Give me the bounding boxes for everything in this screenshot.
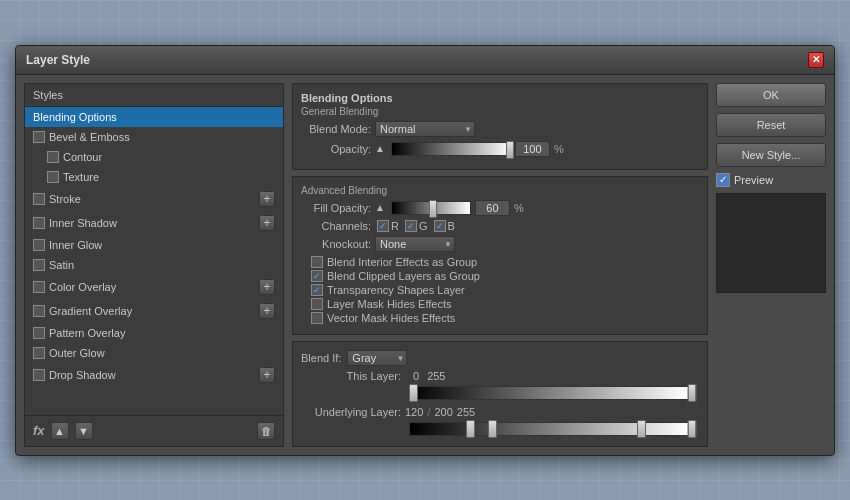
blend-if-section: Blend If: Gray Red Green Blue This Layer…	[292, 341, 708, 447]
sidebar-item-bevel-emboss[interactable]: Bevel & Emboss	[25, 127, 283, 147]
vector-mask-label: Vector Mask Hides Effects	[327, 312, 455, 324]
blend-clipped-checkbox[interactable]	[311, 270, 323, 282]
preview-label: Preview	[734, 174, 773, 186]
underlying-v2: 200	[434, 406, 452, 418]
opacity-slider-track[interactable]	[391, 142, 511, 156]
ok-button[interactable]: OK	[716, 83, 826, 107]
sidebar-item-color-overlay[interactable]: Color Overlay +	[25, 275, 283, 299]
channel-g-checkbox[interactable]	[405, 220, 417, 232]
gradient-overlay-checkbox[interactable]	[33, 305, 45, 317]
sidebar-item-texture[interactable]: Texture	[25, 167, 283, 187]
channel-b: B	[434, 220, 455, 232]
inner-shadow-label: Inner Shadow	[49, 217, 117, 229]
blend-mode-select[interactable]: Normal Multiply Screen	[375, 121, 475, 137]
preview-row: Preview	[716, 173, 826, 187]
underlying-layer-slider-track[interactable]	[409, 422, 689, 436]
channels-row: Channels: R G B	[301, 220, 699, 232]
channels-label: Channels:	[301, 220, 371, 232]
color-overlay-add-button[interactable]: +	[259, 279, 275, 295]
styles-header: Styles	[25, 84, 283, 107]
drop-shadow-add-button[interactable]: +	[259, 367, 275, 383]
sidebar-item-pattern-overlay[interactable]: Pattern Overlay	[25, 323, 283, 343]
delete-button[interactable]: 🗑	[257, 422, 275, 440]
channel-g: G	[405, 220, 428, 232]
knockout-label: Knockout:	[301, 238, 371, 250]
fill-opacity-thumb[interactable]	[429, 200, 437, 218]
sidebar-item-satin[interactable]: Satin	[25, 255, 283, 275]
opacity-slider-thumb[interactable]	[506, 141, 514, 159]
knockout-row: Knockout: None Shallow Deep	[301, 236, 699, 252]
sidebar-item-drop-shadow[interactable]: Drop Shadow +	[25, 363, 283, 387]
inner-shadow-checkbox[interactable]	[33, 217, 45, 229]
general-blending-section: Blending Options General Blending Blend …	[292, 83, 708, 170]
stroke-add-button[interactable]: +	[259, 191, 275, 207]
new-style-button[interactable]: New Style...	[716, 143, 826, 167]
right-panel: OK Reset New Style... Preview	[716, 83, 826, 447]
sidebar-item-outer-glow[interactable]: Outer Glow	[25, 343, 283, 363]
underlying-layer-label-row: Underlying Layer: 120 / 200 255	[301, 406, 699, 418]
fill-opacity-label: Fill Opacity:	[301, 202, 371, 214]
underlying-thumb-right-2[interactable]	[688, 420, 697, 438]
fill-opacity-slider[interactable]	[391, 201, 471, 215]
bevel-emboss-checkbox[interactable]	[33, 131, 45, 143]
outer-glow-checkbox[interactable]	[33, 347, 45, 359]
sidebar-item-blending-options[interactable]: Blending Options	[25, 107, 283, 127]
vector-mask-row: Vector Mask Hides Effects	[311, 312, 699, 324]
color-overlay-checkbox[interactable]	[33, 281, 45, 293]
texture-checkbox[interactable]	[47, 171, 59, 183]
reset-button[interactable]: Reset	[716, 113, 826, 137]
this-layer-slider-track[interactable]	[409, 386, 689, 400]
fx-label: fx	[33, 423, 45, 438]
opacity-input[interactable]	[515, 141, 550, 157]
this-layer-thumb-right[interactable]	[688, 384, 697, 402]
inner-glow-checkbox[interactable]	[33, 239, 45, 251]
channel-b-checkbox[interactable]	[434, 220, 446, 232]
contour-label: Contour	[63, 151, 102, 163]
sidebar-item-stroke[interactable]: Stroke +	[25, 187, 283, 211]
satin-checkbox[interactable]	[33, 259, 45, 271]
underlying-thumb-right-1[interactable]	[637, 420, 646, 438]
layer-mask-checkbox[interactable]	[311, 298, 323, 310]
move-up-button[interactable]: ▲	[51, 422, 69, 440]
fill-opacity-arrow-icon: ▲	[375, 202, 385, 213]
sidebar-item-inner-glow[interactable]: Inner Glow	[25, 235, 283, 255]
move-down-button[interactable]: ▼	[75, 422, 93, 440]
blend-interior-checkbox[interactable]	[311, 256, 323, 268]
channel-r-checkbox[interactable]	[377, 220, 389, 232]
contour-checkbox[interactable]	[47, 151, 59, 163]
drop-shadow-checkbox[interactable]	[33, 369, 45, 381]
blend-if-row: Blend If: Gray Red Green Blue	[301, 350, 699, 366]
blend-clipped-row: Blend Clipped Layers as Group	[311, 270, 699, 282]
fill-opacity-input[interactable]	[475, 200, 510, 216]
bevel-emboss-label: Bevel & Emboss	[49, 131, 130, 143]
blend-mode-label: Blend Mode:	[301, 123, 371, 135]
vector-mask-checkbox[interactable]	[311, 312, 323, 324]
blend-if-label: Blend If:	[301, 352, 341, 364]
gradient-overlay-add-button[interactable]: +	[259, 303, 275, 319]
channel-r-label: R	[391, 220, 399, 232]
transparency-shapes-checkbox[interactable]	[311, 284, 323, 296]
pattern-overlay-checkbox[interactable]	[33, 327, 45, 339]
advanced-blending-section: Advanced Blending Fill Opacity: ▲ % Chan…	[292, 176, 708, 335]
this-layer-values: 0 255	[413, 370, 445, 382]
close-button[interactable]: ✕	[808, 52, 824, 68]
preview-checkbox[interactable]	[716, 173, 730, 187]
underlying-thumb-left-2[interactable]	[488, 420, 497, 438]
sidebar-item-gradient-overlay[interactable]: Gradient Overlay +	[25, 299, 283, 323]
dialog-title: Layer Style	[26, 53, 90, 67]
stroke-checkbox[interactable]	[33, 193, 45, 205]
sidebar-item-contour[interactable]: Contour	[25, 147, 283, 167]
general-blending-subtitle: General Blending	[301, 106, 699, 117]
underlying-thumb-left-1[interactable]	[466, 420, 475, 438]
this-layer-thumb-left[interactable]	[409, 384, 418, 402]
sidebar-item-inner-shadow[interactable]: Inner Shadow +	[25, 211, 283, 235]
fill-opacity-unit: %	[514, 202, 524, 214]
knockout-select[interactable]: None Shallow Deep	[375, 236, 455, 252]
inner-shadow-add-button[interactable]: +	[259, 215, 275, 231]
this-layer-slider-container	[409, 386, 689, 400]
blend-if-select[interactable]: Gray Red Green Blue	[347, 350, 407, 366]
gradient-overlay-label: Gradient Overlay	[49, 305, 132, 317]
checkboxes-group: Blend Interior Effects as Group Blend Cl…	[311, 256, 699, 324]
underlying-layer-slider-container	[409, 422, 689, 436]
this-layer-label-row: This Layer: 0 255	[301, 370, 699, 382]
